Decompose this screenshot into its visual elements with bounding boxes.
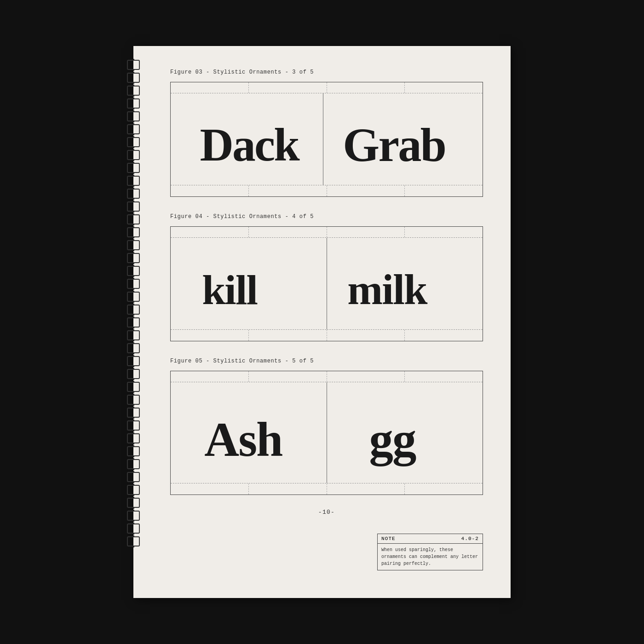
- note-label: NOTE: [381, 536, 396, 541]
- note-body: When used sparingly, these ornaments can…: [378, 544, 483, 570]
- svg-text:gg: gg: [369, 413, 416, 466]
- spiral-binding: [125, 46, 142, 598]
- word-milk-svg: milk: [345, 250, 465, 318]
- svg-text:Dack: Dack: [200, 119, 300, 171]
- page-number: -10-: [170, 509, 483, 516]
- note-box: NOTE 4.0-2 When used sparingly, these or…: [377, 534, 483, 570]
- word-kill-svg: kill: [198, 250, 299, 318]
- svg-text:Ash: Ash: [205, 413, 283, 466]
- note-header: NOTE 4.0-2: [378, 534, 483, 544]
- svg-text:milk: milk: [347, 266, 428, 313]
- figure-04-section: Figure 04 - Stylistic Ornaments - 4 of 5…: [170, 213, 483, 341]
- word-grab-svg: Grab: [339, 105, 467, 174]
- word-dack-svg: Dack: [191, 105, 302, 174]
- word-gg-svg: gg: [361, 397, 448, 468]
- figure-05-box: Ash gg: [170, 371, 483, 495]
- figure-05-section: Figure 05 - Stylistic Ornaments - 5 of 5…: [170, 358, 483, 495]
- figure-05-caption: Figure 05 - Stylistic Ornaments - 5 of 5: [170, 358, 483, 364]
- figure-04-box: kill milk: [170, 226, 483, 341]
- svg-text:Grab: Grab: [343, 119, 445, 171]
- svg-text:kill: kill: [202, 266, 257, 313]
- figure-04-caption: Figure 04 - Stylistic Ornaments - 4 of 5: [170, 213, 483, 220]
- figure-03-section: Figure 03 - Stylistic Ornaments - 3 of 5: [170, 69, 483, 197]
- note-version: 4.0-2: [461, 536, 479, 541]
- document-page: Figure 03 - Stylistic Ornaments - 3 of 5: [133, 46, 511, 598]
- figure-03-caption: Figure 03 - Stylistic Ornaments - 3 of 5: [170, 69, 483, 75]
- word-ash-svg: Ash: [200, 397, 297, 468]
- figure-03-box: Dack Grab: [170, 82, 483, 197]
